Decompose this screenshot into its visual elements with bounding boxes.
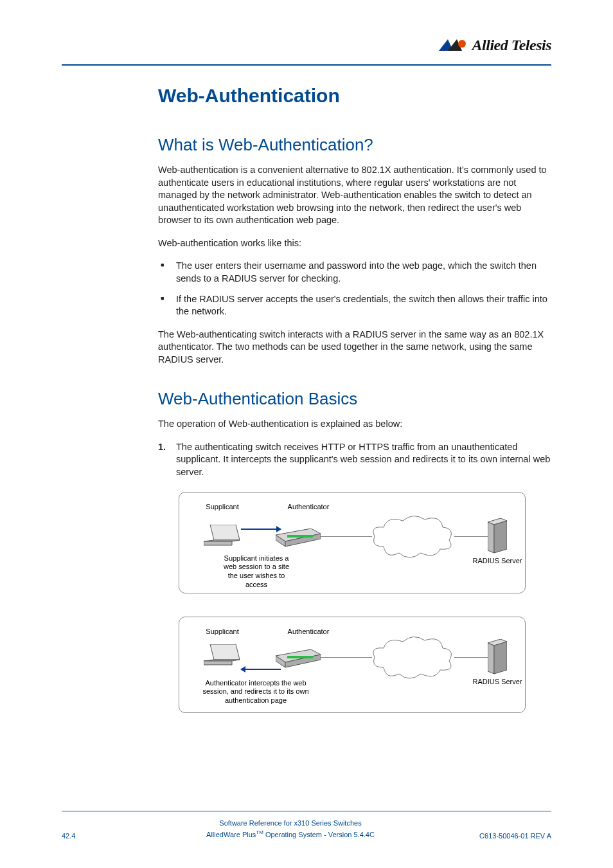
page-title: Web-Authentication <box>158 85 551 107</box>
connector-line <box>321 657 372 658</box>
diagram-1: Supplicant Authenticator Network RADIUS … <box>179 492 526 593</box>
footer-revision: C613-50046-01 REV A <box>461 832 551 840</box>
cloud-icon <box>371 635 454 682</box>
footer-row: 42.4 Software Reference for x310 Series … <box>62 818 551 840</box>
content: Web-Authentication What is Web-Authentic… <box>62 66 551 713</box>
footer-line-1: Software Reference for x310 Series Switc… <box>120 818 461 829</box>
label-supplicant: Supplicant <box>200 503 245 511</box>
header: Allied Telesis <box>62 32 551 58</box>
label-radius: RADIUS Server <box>472 557 522 565</box>
connector-line <box>454 657 488 658</box>
footer-page-number: 42.4 <box>62 832 120 840</box>
paragraph: The operation of Web-authentication is e… <box>158 418 551 431</box>
arrow-icon <box>241 669 281 670</box>
label-authenticator: Authenticator <box>280 628 337 635</box>
svg-marker-13 <box>210 644 240 660</box>
footer-rule <box>62 811 551 811</box>
diagram-2: Supplicant Authenticator Network RADIUS … <box>179 617 526 713</box>
switch-icon <box>276 649 321 669</box>
section-heading-1: What is Web-Authentication? <box>158 135 551 155</box>
svg-rect-9 <box>287 535 313 538</box>
server-icon <box>488 518 507 554</box>
footer: 42.4 Software Reference for x310 Series … <box>62 811 551 840</box>
label-radius: RADIUS Server <box>472 678 522 685</box>
paragraph: The Web-authenticating switch interacts … <box>158 329 551 366</box>
caption-1: Supplicant initiates a web session to a … <box>218 554 295 590</box>
svg-marker-22 <box>494 642 507 674</box>
list-item: The authenticating switch receives HTTP … <box>176 441 551 479</box>
label-supplicant: Supplicant <box>200 628 245 635</box>
footer-center: Software Reference for x310 Series Switc… <box>120 818 461 840</box>
svg-marker-15 <box>204 661 232 665</box>
switch-icon <box>276 529 321 548</box>
connector-line <box>321 536 372 537</box>
svg-marker-11 <box>488 522 494 553</box>
page: Allied Telesis Web-Authentication What i… <box>0 0 613 868</box>
label-authenticator: Authenticator <box>280 503 337 511</box>
svg-marker-21 <box>488 643 494 674</box>
caption-2: Authenticator intercepts the web session… <box>195 679 317 705</box>
arrow-icon <box>241 529 281 530</box>
svg-marker-5 <box>204 541 232 545</box>
svg-marker-12 <box>494 521 507 553</box>
laptop-icon <box>204 525 241 552</box>
list-item: If the RADIUS server accepts the user's … <box>176 293 551 318</box>
section-heading-2: Web-Authentication Basics <box>158 389 551 409</box>
bullet-list: The user enters their username and passw… <box>158 260 551 318</box>
laptop-icon <box>204 644 241 671</box>
brand-name: Allied Telesis <box>472 37 551 54</box>
svg-point-2 <box>458 40 466 48</box>
paragraph: Web-authentication works like this: <box>158 237 551 250</box>
list-item: The user enters their username and passw… <box>176 260 551 285</box>
footer-line-2: AlliedWare PlusTM Operating System - Ver… <box>120 829 461 840</box>
ordered-list: The authenticating switch receives HTTP … <box>158 441 551 479</box>
svg-rect-19 <box>287 656 313 658</box>
brand-logo: Allied Telesis <box>439 37 551 54</box>
cloud-icon <box>371 514 454 561</box>
svg-marker-3 <box>210 525 240 540</box>
logo-mark-icon <box>439 38 468 52</box>
server-icon <box>488 639 507 675</box>
paragraph: Web-authentication is a convenient alter… <box>158 164 551 227</box>
connector-line <box>454 536 488 537</box>
